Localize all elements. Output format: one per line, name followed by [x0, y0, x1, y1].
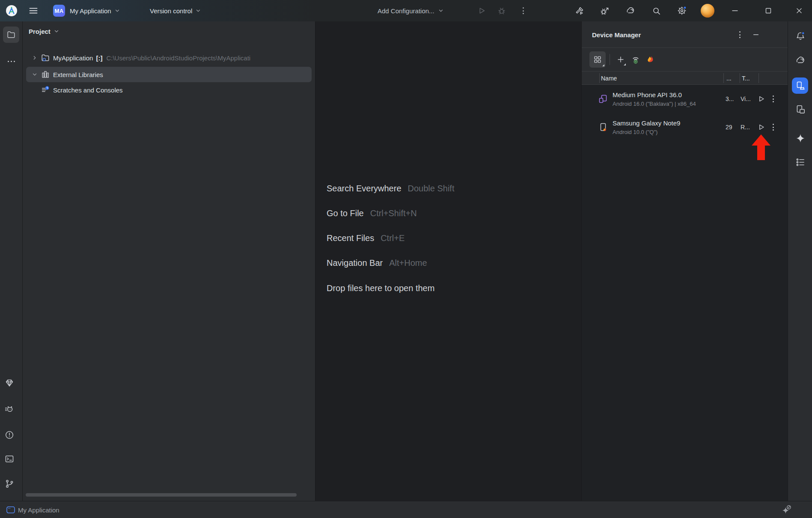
run-configuration-label: Add Configuration... — [378, 7, 434, 15]
status-bar-project-name[interactable]: My Application — [18, 501, 59, 518]
add-device-button[interactable] — [614, 52, 627, 67]
tree-item-modifier: [:] — [96, 54, 102, 62]
tree-item-path: C:\Users\Public\AndroidStudioProjects\My… — [106, 54, 250, 62]
project-switcher[interactable]: My Application — [70, 0, 120, 21]
project-badge: MA — [53, 0, 65, 21]
device-more-button[interactable] — [769, 93, 777, 105]
window-close-button[interactable] — [791, 0, 808, 21]
git-branch-icon — [4, 479, 15, 489]
settings-gear-icon[interactable] — [674, 0, 690, 21]
play-icon — [756, 122, 766, 132]
more-tool-windows-button[interactable] — [6, 56, 16, 66]
device-info: Medium Phone API 36.0 Android 16.0 ("Bak… — [613, 90, 696, 108]
project-panel-header[interactable]: Project — [29, 21, 59, 41]
device-manager-tool-button-active[interactable] — [792, 77, 808, 94]
device-name: Samsung Galaxy Note9 — [613, 118, 680, 128]
shortcut-label: Navigation Bar — [327, 258, 383, 268]
user-avatar[interactable] — [701, 0, 714, 21]
window-minimize-button[interactable] — [726, 0, 744, 21]
virtual-device-icon — [598, 94, 608, 104]
project-tool-button[interactable] — [3, 27, 19, 43]
tree-item-myapplication[interactable]: MyApplication [:] C:\Users\Public\Androi… — [23, 50, 315, 65]
project-panel-title: Project — [29, 28, 51, 35]
gradle-tool-button[interactable] — [795, 55, 806, 66]
column-divider[interactable] — [740, 73, 740, 83]
device-name: Medium Phone API 36.0 — [613, 90, 696, 100]
device-manager-title: Device Manager — [592, 21, 641, 48]
problems-tool-button[interactable] — [4, 430, 15, 440]
device-details: Android 16.0 ("Baklava") | x86_64 — [613, 100, 696, 108]
external-libraries-icon — [41, 70, 50, 79]
project-window-icon — [6, 506, 15, 514]
minimize-icon — [752, 31, 760, 39]
pair-devices-wifi-button[interactable] — [629, 52, 642, 67]
chevron-down-icon — [54, 28, 59, 34]
folder-icon — [6, 30, 16, 39]
play-icon — [756, 94, 766, 104]
structure-tool-button[interactable] — [795, 157, 806, 168]
tree-item-scratches[interactable]: Scratches and Consoles — [23, 82, 315, 98]
shortcut-keys: Ctrl+Shift+N — [370, 208, 417, 218]
panel-options-button[interactable] — [735, 30, 745, 40]
shortcut-keys: Alt+Home — [389, 258, 427, 268]
device-type: R... — [741, 113, 750, 141]
vcs-widget[interactable]: Version control — [150, 0, 201, 21]
resource-manager-tool-button[interactable] — [4, 378, 15, 388]
wifi-pair-icon — [630, 54, 641, 65]
column-header-api[interactable]: ... — [726, 71, 732, 85]
horizontal-scrollbar[interactable] — [26, 493, 297, 497]
running-devices-tool-button[interactable] — [795, 104, 806, 115]
kebab-menu-icon — [773, 95, 774, 102]
debug-button[interactable] — [494, 0, 510, 21]
drop-files-hint: Drop files here to open them — [327, 282, 434, 295]
window-maximize-button[interactable] — [760, 0, 777, 21]
view-mode-button[interactable] — [589, 51, 606, 68]
shortcut-label: Drop files here to open them — [327, 283, 434, 293]
shortcut-label: Go to File — [327, 208, 364, 218]
shortcut-recent-files: Recent Files Ctrl+E — [327, 232, 405, 244]
device-run-button[interactable] — [755, 93, 767, 105]
build-run-icon[interactable] — [571, 0, 587, 21]
device-details: Android 10.0 ("Q") — [613, 128, 680, 137]
device-more-button[interactable] — [769, 121, 777, 133]
run-configuration-selector[interactable]: Add Configuration... — [378, 0, 444, 21]
android-studio-logo-icon — [4, 0, 19, 21]
panel-hide-button[interactable] — [751, 30, 761, 40]
gradle-sync-icon[interactable] — [622, 0, 639, 21]
dropdown-corner-icon — [624, 63, 626, 65]
column-divider[interactable] — [723, 73, 724, 83]
terminal-tool-button[interactable] — [4, 454, 15, 464]
device-manager-toolbar — [582, 48, 788, 71]
firebase-flame-icon — [645, 54, 656, 65]
run-button[interactable] — [473, 0, 490, 21]
column-header-name[interactable]: Name — [601, 71, 617, 85]
device-run-button[interactable] — [755, 121, 767, 133]
column-divider[interactable] — [758, 73, 759, 83]
version-control-tool-button[interactable] — [4, 479, 15, 489]
profile-app-icon[interactable] — [596, 0, 613, 21]
android-studio-window: MA My Application Version control Add Co… — [0, 0, 812, 518]
chevron-down-icon[interactable] — [30, 71, 39, 77]
device-manager-header: Device Manager — [582, 21, 788, 48]
bell-icon — [795, 31, 806, 42]
editor-empty-state: Search Everywhere Double Shift Go to Fil… — [316, 21, 581, 501]
device-row-medium-phone[interactable]: Medium Phone API 36.0 Android 16.0 ("Bak… — [582, 85, 788, 113]
dropdown-corner-icon — [602, 64, 604, 66]
gemini-disabled-indicator[interactable] — [781, 504, 792, 515]
tree-item-external-libraries[interactable]: External Libraries — [23, 67, 315, 82]
gemini-tool-button[interactable] — [795, 133, 806, 144]
chevron-down-icon — [195, 8, 201, 14]
firebase-device-streaming-button[interactable] — [644, 52, 657, 67]
column-header-type[interactable]: T... — [742, 71, 750, 85]
kebab-menu-icon — [773, 124, 774, 131]
logcat-tool-button[interactable] — [4, 404, 15, 414]
device-api-level: 29 — [726, 113, 732, 141]
notifications-tool-button[interactable] — [795, 31, 806, 42]
more-actions-button[interactable] — [515, 0, 531, 21]
right-tool-stripe — [788, 21, 812, 501]
search-everywhere-icon[interactable] — [648, 0, 664, 21]
running-devices-icon — [795, 104, 806, 115]
main-menu-button[interactable] — [27, 0, 40, 21]
chevron-down-icon — [438, 8, 444, 14]
chevron-right-icon[interactable] — [30, 55, 39, 61]
